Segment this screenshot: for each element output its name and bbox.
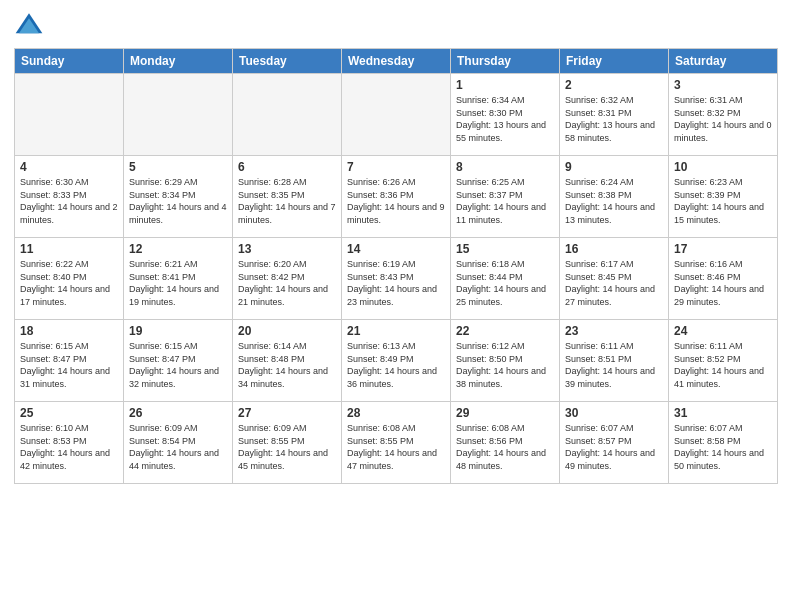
day-info: Sunrise: 6:13 AMSunset: 8:49 PMDaylight:…	[347, 340, 445, 390]
day-info: Sunrise: 6:14 AMSunset: 8:48 PMDaylight:…	[238, 340, 336, 390]
calendar-cell: 20Sunrise: 6:14 AMSunset: 8:48 PMDayligh…	[233, 320, 342, 402]
calendar-cell: 21Sunrise: 6:13 AMSunset: 8:49 PMDayligh…	[342, 320, 451, 402]
calendar-cell: 11Sunrise: 6:22 AMSunset: 8:40 PMDayligh…	[15, 238, 124, 320]
logo-icon	[14, 10, 44, 40]
day-number: 13	[238, 242, 336, 256]
calendar-cell: 26Sunrise: 6:09 AMSunset: 8:54 PMDayligh…	[124, 402, 233, 484]
calendar-header-saturday: Saturday	[669, 49, 778, 74]
day-info: Sunrise: 6:25 AMSunset: 8:37 PMDaylight:…	[456, 176, 554, 226]
day-number: 27	[238, 406, 336, 420]
day-info: Sunrise: 6:12 AMSunset: 8:50 PMDaylight:…	[456, 340, 554, 390]
day-number: 29	[456, 406, 554, 420]
day-number: 4	[20, 160, 118, 174]
calendar-cell: 17Sunrise: 6:16 AMSunset: 8:46 PMDayligh…	[669, 238, 778, 320]
day-info: Sunrise: 6:21 AMSunset: 8:41 PMDaylight:…	[129, 258, 227, 308]
day-number: 2	[565, 78, 663, 92]
calendar-header-wednesday: Wednesday	[342, 49, 451, 74]
day-info: Sunrise: 6:15 AMSunset: 8:47 PMDaylight:…	[129, 340, 227, 390]
day-info: Sunrise: 6:28 AMSunset: 8:35 PMDaylight:…	[238, 176, 336, 226]
calendar-week-3: 18Sunrise: 6:15 AMSunset: 8:47 PMDayligh…	[15, 320, 778, 402]
day-number: 5	[129, 160, 227, 174]
day-info: Sunrise: 6:23 AMSunset: 8:39 PMDaylight:…	[674, 176, 772, 226]
day-info: Sunrise: 6:19 AMSunset: 8:43 PMDaylight:…	[347, 258, 445, 308]
calendar-cell: 13Sunrise: 6:20 AMSunset: 8:42 PMDayligh…	[233, 238, 342, 320]
day-number: 15	[456, 242, 554, 256]
day-number: 11	[20, 242, 118, 256]
day-info: Sunrise: 6:08 AMSunset: 8:55 PMDaylight:…	[347, 422, 445, 472]
day-info: Sunrise: 6:31 AMSunset: 8:32 PMDaylight:…	[674, 94, 772, 144]
calendar-cell	[233, 74, 342, 156]
day-number: 1	[456, 78, 554, 92]
calendar-week-1: 4Sunrise: 6:30 AMSunset: 8:33 PMDaylight…	[15, 156, 778, 238]
calendar-cell: 25Sunrise: 6:10 AMSunset: 8:53 PMDayligh…	[15, 402, 124, 484]
calendar-header-thursday: Thursday	[451, 49, 560, 74]
day-number: 6	[238, 160, 336, 174]
day-number: 17	[674, 242, 772, 256]
calendar-cell: 1Sunrise: 6:34 AMSunset: 8:30 PMDaylight…	[451, 74, 560, 156]
day-info: Sunrise: 6:09 AMSunset: 8:55 PMDaylight:…	[238, 422, 336, 472]
calendar-cell: 15Sunrise: 6:18 AMSunset: 8:44 PMDayligh…	[451, 238, 560, 320]
day-number: 12	[129, 242, 227, 256]
calendar-cell	[15, 74, 124, 156]
day-info: Sunrise: 6:20 AMSunset: 8:42 PMDaylight:…	[238, 258, 336, 308]
day-number: 19	[129, 324, 227, 338]
calendar-cell: 22Sunrise: 6:12 AMSunset: 8:50 PMDayligh…	[451, 320, 560, 402]
calendar-cell	[124, 74, 233, 156]
calendar-cell: 23Sunrise: 6:11 AMSunset: 8:51 PMDayligh…	[560, 320, 669, 402]
day-number: 8	[456, 160, 554, 174]
calendar-cell: 2Sunrise: 6:32 AMSunset: 8:31 PMDaylight…	[560, 74, 669, 156]
day-number: 14	[347, 242, 445, 256]
calendar-cell: 4Sunrise: 6:30 AMSunset: 8:33 PMDaylight…	[15, 156, 124, 238]
calendar-cell: 31Sunrise: 6:07 AMSunset: 8:58 PMDayligh…	[669, 402, 778, 484]
day-info: Sunrise: 6:09 AMSunset: 8:54 PMDaylight:…	[129, 422, 227, 472]
day-number: 26	[129, 406, 227, 420]
day-info: Sunrise: 6:15 AMSunset: 8:47 PMDaylight:…	[20, 340, 118, 390]
day-info: Sunrise: 6:11 AMSunset: 8:51 PMDaylight:…	[565, 340, 663, 390]
logo	[14, 10, 48, 40]
day-number: 24	[674, 324, 772, 338]
calendar-header-sunday: Sunday	[15, 49, 124, 74]
calendar-cell: 6Sunrise: 6:28 AMSunset: 8:35 PMDaylight…	[233, 156, 342, 238]
calendar-cell: 30Sunrise: 6:07 AMSunset: 8:57 PMDayligh…	[560, 402, 669, 484]
calendar-cell: 7Sunrise: 6:26 AMSunset: 8:36 PMDaylight…	[342, 156, 451, 238]
day-number: 10	[674, 160, 772, 174]
day-info: Sunrise: 6:26 AMSunset: 8:36 PMDaylight:…	[347, 176, 445, 226]
day-info: Sunrise: 6:24 AMSunset: 8:38 PMDaylight:…	[565, 176, 663, 226]
calendar-cell: 28Sunrise: 6:08 AMSunset: 8:55 PMDayligh…	[342, 402, 451, 484]
calendar-week-0: 1Sunrise: 6:34 AMSunset: 8:30 PMDaylight…	[15, 74, 778, 156]
day-info: Sunrise: 6:16 AMSunset: 8:46 PMDaylight:…	[674, 258, 772, 308]
day-number: 20	[238, 324, 336, 338]
calendar-cell: 9Sunrise: 6:24 AMSunset: 8:38 PMDaylight…	[560, 156, 669, 238]
day-info: Sunrise: 6:30 AMSunset: 8:33 PMDaylight:…	[20, 176, 118, 226]
day-number: 9	[565, 160, 663, 174]
calendar-cell: 5Sunrise: 6:29 AMSunset: 8:34 PMDaylight…	[124, 156, 233, 238]
calendar-header-tuesday: Tuesday	[233, 49, 342, 74]
calendar-cell: 16Sunrise: 6:17 AMSunset: 8:45 PMDayligh…	[560, 238, 669, 320]
calendar-cell: 14Sunrise: 6:19 AMSunset: 8:43 PMDayligh…	[342, 238, 451, 320]
calendar-cell: 3Sunrise: 6:31 AMSunset: 8:32 PMDaylight…	[669, 74, 778, 156]
day-number: 18	[20, 324, 118, 338]
day-number: 28	[347, 406, 445, 420]
calendar-header-friday: Friday	[560, 49, 669, 74]
day-number: 3	[674, 78, 772, 92]
day-info: Sunrise: 6:32 AMSunset: 8:31 PMDaylight:…	[565, 94, 663, 144]
day-number: 25	[20, 406, 118, 420]
calendar-cell: 29Sunrise: 6:08 AMSunset: 8:56 PMDayligh…	[451, 402, 560, 484]
header	[14, 10, 778, 40]
calendar-cell: 24Sunrise: 6:11 AMSunset: 8:52 PMDayligh…	[669, 320, 778, 402]
calendar-cell: 19Sunrise: 6:15 AMSunset: 8:47 PMDayligh…	[124, 320, 233, 402]
day-info: Sunrise: 6:11 AMSunset: 8:52 PMDaylight:…	[674, 340, 772, 390]
day-info: Sunrise: 6:07 AMSunset: 8:58 PMDaylight:…	[674, 422, 772, 472]
calendar-week-2: 11Sunrise: 6:22 AMSunset: 8:40 PMDayligh…	[15, 238, 778, 320]
page: SundayMondayTuesdayWednesdayThursdayFrid…	[0, 0, 792, 612]
day-number: 31	[674, 406, 772, 420]
day-number: 30	[565, 406, 663, 420]
calendar-cell	[342, 74, 451, 156]
day-info: Sunrise: 6:07 AMSunset: 8:57 PMDaylight:…	[565, 422, 663, 472]
calendar-header-monday: Monday	[124, 49, 233, 74]
day-number: 21	[347, 324, 445, 338]
calendar-cell: 10Sunrise: 6:23 AMSunset: 8:39 PMDayligh…	[669, 156, 778, 238]
day-info: Sunrise: 6:08 AMSunset: 8:56 PMDaylight:…	[456, 422, 554, 472]
calendar-week-4: 25Sunrise: 6:10 AMSunset: 8:53 PMDayligh…	[15, 402, 778, 484]
calendar-cell: 18Sunrise: 6:15 AMSunset: 8:47 PMDayligh…	[15, 320, 124, 402]
